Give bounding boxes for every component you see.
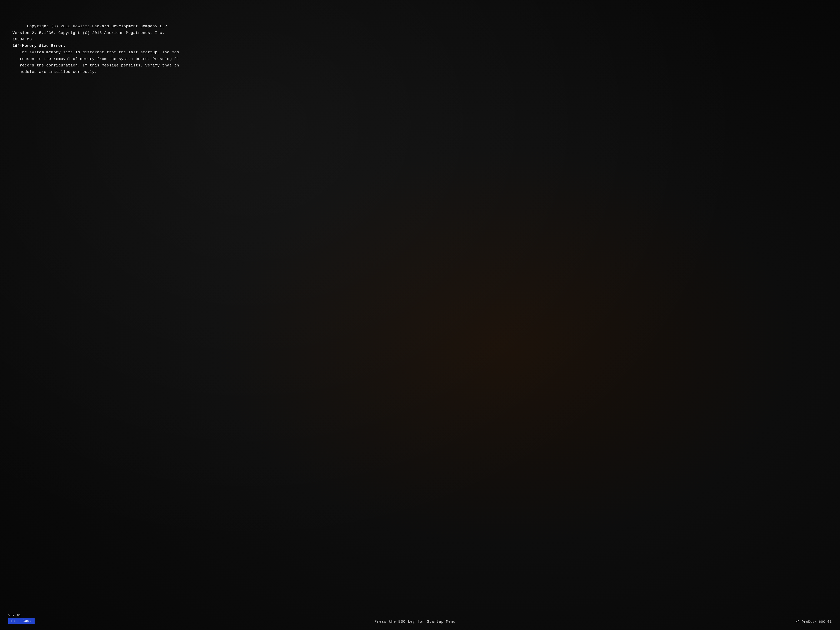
bios-version: v02.65	[8, 614, 35, 617]
bottom-bar: v02.65 F1 : Boot Press the ESC key for S…	[0, 611, 840, 630]
error-detail-line3: record the configuration. If this messag…	[13, 63, 179, 68]
copyright-line1: Copyright (C) 2013 Hewlett-Packard Devel…	[27, 24, 170, 28]
bottom-left-area: v02.65 F1 : Boot	[8, 614, 35, 624]
error-detail-line1: The system memory size is different from…	[13, 50, 179, 55]
bios-screen: Copyright (C) 2013 Hewlett-Packard Devel…	[0, 0, 840, 630]
copyright-line2: Version 2.15.1236. Copyright (C) 2013 Am…	[13, 31, 164, 35]
error-detail-line2: reason is the removal of memory from the…	[13, 57, 179, 61]
error-detail-line4: modules are installed correctly.	[13, 70, 97, 74]
bios-content-area: Copyright (C) 2013 Hewlett-Packard Devel…	[0, 0, 840, 611]
f1-boot-button[interactable]: F1 : Boot	[8, 618, 35, 624]
press-esc-label: Press the ESC key for Startup Menu	[35, 620, 796, 624]
memory-mb-line: 16384 MB	[13, 37, 32, 42]
error-label-line: 164-Memory Size Error.	[13, 44, 66, 48]
model-label: HP ProDesk 600 G1	[796, 620, 832, 624]
bios-output: Copyright (C) 2013 Hewlett-Packard Devel…	[13, 17, 827, 82]
bottom-center-area: Press the ESC key for Startup Menu	[35, 620, 796, 624]
